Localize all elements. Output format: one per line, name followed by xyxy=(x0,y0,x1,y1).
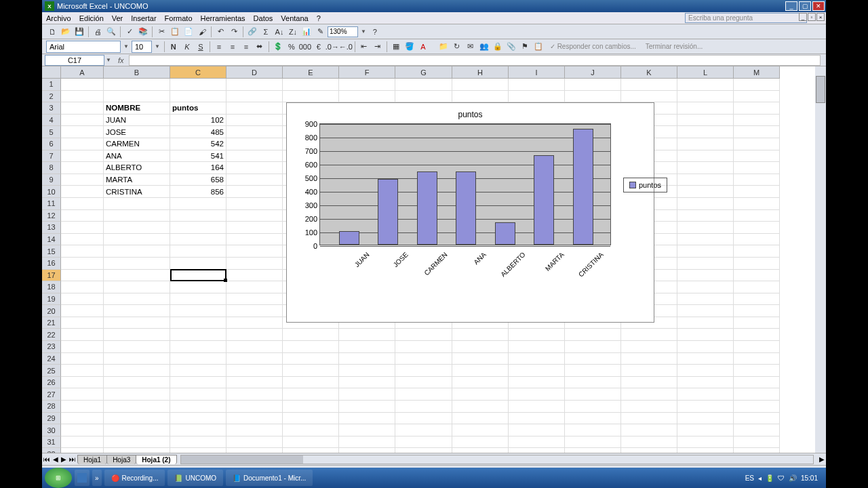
preview-icon[interactable]: 🔍 xyxy=(105,26,117,38)
cell[interactable] xyxy=(61,222,104,234)
sheet-nav-last[interactable]: ⏭ xyxy=(68,455,77,463)
decrease-decimal-icon[interactable]: ←.0 xyxy=(340,41,352,53)
sort-asc-icon[interactable]: A↓ xyxy=(273,26,285,38)
cell[interactable] xyxy=(339,401,395,413)
cell[interactable] xyxy=(170,377,226,389)
collab-icon[interactable]: ⚑ xyxy=(519,41,531,53)
cell[interactable] xyxy=(283,353,339,365)
cell[interactable] xyxy=(61,317,104,329)
cell[interactable] xyxy=(104,317,170,329)
cell[interactable] xyxy=(452,79,509,91)
cell[interactable] xyxy=(104,281,170,293)
taskbar-item[interactable]: 📗UNCOMO xyxy=(167,470,223,486)
cell[interactable] xyxy=(283,388,339,401)
col-header-B[interactable]: B xyxy=(104,66,170,79)
row-header[interactable]: 22 xyxy=(42,329,61,341)
cell[interactable] xyxy=(339,353,395,365)
cell[interactable] xyxy=(61,388,104,401)
cell[interactable] xyxy=(677,210,734,222)
cell[interactable] xyxy=(170,305,226,317)
cell[interactable] xyxy=(734,162,780,174)
cell[interactable] xyxy=(226,222,283,234)
name-box[interactable]: C17 xyxy=(45,55,104,66)
cell[interactable] xyxy=(104,79,170,91)
cell[interactable] xyxy=(226,198,283,210)
cell[interactable] xyxy=(509,413,565,425)
cell[interactable] xyxy=(677,162,734,174)
cell[interactable] xyxy=(509,377,565,389)
cell[interactable] xyxy=(226,150,283,163)
autosum-icon[interactable]: Σ xyxy=(260,26,272,38)
cell[interactable] xyxy=(170,91,226,103)
col-header-A[interactable]: A xyxy=(61,66,104,79)
sheet-nav-next[interactable]: ▶ xyxy=(60,455,68,463)
research-icon[interactable]: 📚 xyxy=(137,26,149,38)
cell[interactable] xyxy=(226,377,283,389)
menu-archivo[interactable]: Archivo xyxy=(42,14,75,22)
cell[interactable] xyxy=(226,341,283,353)
row-header[interactable]: 12 xyxy=(42,210,61,222)
row-header[interactable]: 19 xyxy=(42,293,61,306)
merge-icon[interactable]: ⬌ xyxy=(254,41,266,53)
tray-icon[interactable]: 🛡 xyxy=(778,474,785,482)
cell[interactable] xyxy=(395,413,452,425)
cell[interactable] xyxy=(339,436,395,449)
col-header-J[interactable]: J xyxy=(565,66,621,79)
borders-icon[interactable]: ▦ xyxy=(390,41,402,53)
row-header[interactable]: 15 xyxy=(42,245,61,258)
cell[interactable] xyxy=(61,270,104,282)
cell[interactable] xyxy=(677,305,734,317)
fx-icon[interactable]: fx xyxy=(113,56,130,64)
cell[interactable] xyxy=(170,317,226,329)
cell[interactable] xyxy=(734,377,780,389)
cell[interactable] xyxy=(339,365,395,377)
sheet-tab[interactable]: Hoja1 xyxy=(77,455,107,464)
cell[interactable] xyxy=(677,186,734,198)
cell[interactable] xyxy=(677,270,734,282)
cell[interactable] xyxy=(170,448,226,453)
cell[interactable] xyxy=(621,329,677,341)
menu-datos[interactable]: Datos xyxy=(250,14,277,22)
align-center-icon[interactable]: ≡ xyxy=(226,41,239,53)
col-header-E[interactable]: E xyxy=(283,66,339,79)
cell[interactable] xyxy=(61,329,104,341)
cell[interactable] xyxy=(226,186,283,198)
chart-wizard-icon[interactable]: 📊 xyxy=(300,26,313,38)
cell[interactable] xyxy=(677,234,734,246)
cell[interactable] xyxy=(170,388,226,401)
collab-icon[interactable]: ✉ xyxy=(465,41,477,53)
cell[interactable] xyxy=(283,91,339,103)
start-button[interactable]: ⊞ xyxy=(45,468,72,488)
cell[interactable] xyxy=(104,91,170,103)
cell[interactable] xyxy=(226,448,283,453)
cell[interactable] xyxy=(565,448,621,453)
cell[interactable] xyxy=(677,341,734,353)
font-select[interactable]: Arial xyxy=(46,41,121,53)
cell[interactable] xyxy=(677,317,734,329)
cell[interactable] xyxy=(226,281,283,293)
cell[interactable] xyxy=(226,329,283,341)
bold-icon[interactable]: N xyxy=(167,41,180,53)
italic-icon[interactable]: K xyxy=(181,41,193,53)
cell[interactable] xyxy=(339,329,395,341)
cell[interactable] xyxy=(283,79,339,91)
row-header[interactable]: 5 xyxy=(42,126,61,138)
cell[interactable] xyxy=(509,388,565,401)
menu-insertar[interactable]: Insertar xyxy=(127,14,160,22)
cell[interactable] xyxy=(226,413,283,425)
cell[interactable] xyxy=(621,413,677,425)
menu-ventana[interactable]: Ventana xyxy=(277,14,312,22)
cell[interactable] xyxy=(61,91,104,103)
row-header[interactable]: 28 xyxy=(42,401,61,413)
cell[interactable] xyxy=(565,436,621,449)
cell[interactable] xyxy=(395,388,452,401)
doc-minimize-button[interactable]: _ xyxy=(799,13,807,21)
cell[interactable] xyxy=(621,401,677,413)
cell[interactable] xyxy=(61,436,104,449)
cell[interactable] xyxy=(395,353,452,365)
cell[interactable] xyxy=(452,91,509,103)
cell[interactable] xyxy=(61,305,104,317)
cell[interactable] xyxy=(734,388,780,401)
cell[interactable] xyxy=(734,91,780,103)
cell[interactable] xyxy=(170,245,226,258)
